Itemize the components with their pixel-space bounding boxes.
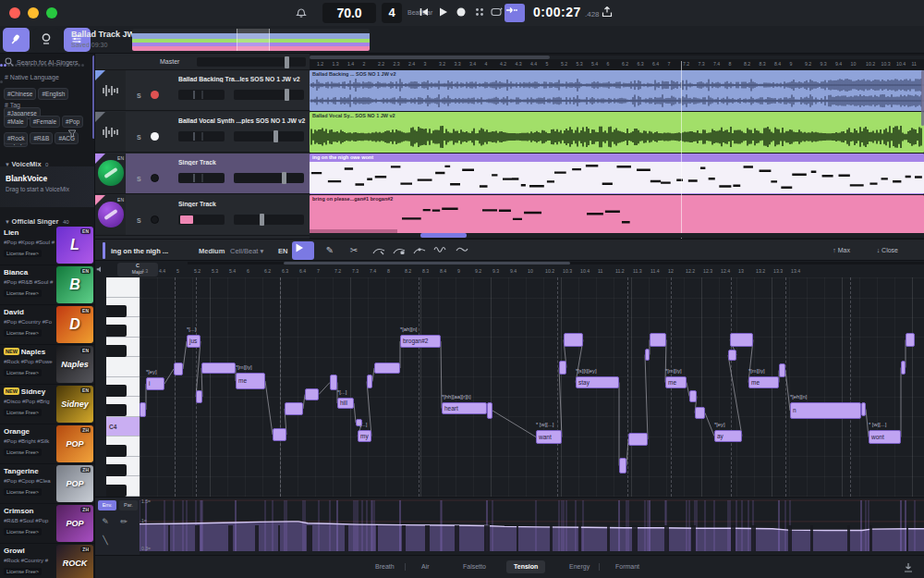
- piano-key-black[interactable]: [106, 385, 127, 397]
- fader-handle[interactable]: [274, 130, 278, 142]
- playhead[interactable]: [681, 61, 682, 239]
- piano-key-white[interactable]: [106, 277, 140, 298]
- midi-note[interactable]: [367, 375, 372, 388]
- singer-card-naples[interactable]: NEWNaples#Rock #Pop #PoweLicense Free>Na…: [0, 345, 95, 385]
- pan-slider[interactable]: [178, 90, 225, 100]
- collapse-panel-icon[interactable]: [902, 561, 915, 574]
- pointer-tool-button[interactable]: [292, 241, 314, 260]
- midi-note[interactable]: [650, 333, 666, 347]
- midi-note[interactable]: [906, 333, 915, 347]
- singer-card-orange[interactable]: Orange#Pop #Bright #SilkLicense Free>POP…: [0, 424, 95, 464]
- pan-slider[interactable]: [178, 131, 225, 141]
- piano-roll-ruler[interactable]: 4.34.455.25.35.466.26.36.477.27.37.488.2…: [140, 265, 924, 277]
- singer-card-crimson[interactable]: Crimson#R&B #Soul #PopLicense Free>POPZH: [0, 504, 95, 544]
- page-dot[interactable]: [0, 64, 3, 67]
- midi-note[interactable]: stay: [576, 376, 619, 388]
- tempo-display[interactable]: 70.0: [322, 3, 376, 23]
- track-header-row-2[interactable]: Ballad Vocal Synth ...ples SOS NO 1 JW v…: [95, 112, 310, 153]
- pitch-anchor-tool-button[interactable]: [413, 243, 428, 258]
- page-dot[interactable]: [0, 80, 3, 83]
- volume-fader[interactable]: [234, 90, 304, 100]
- track-clip-1[interactable]: Ballad Backing ... SOS NO 1 JW v2: [310, 70, 924, 111]
- scissors-tool-button[interactable]: ✂: [346, 243, 361, 258]
- tag-chip-b-1[interactable]: #Rock: [4, 132, 28, 144]
- singer-card-sidney[interactable]: NEWSidney#Disco #Pop #BrigLicense Free>S…: [0, 385, 95, 424]
- solo-button[interactable]: S: [137, 92, 141, 99]
- pencil-tool-button[interactable]: ✎: [322, 243, 337, 258]
- grid-mode-dropdown[interactable]: Cell/Beat ▾: [230, 247, 263, 255]
- midi-note[interactable]: [628, 433, 648, 446]
- midi-note[interactable]: [779, 363, 785, 377]
- tag-chip-2[interactable]: #Female: [30, 116, 60, 128]
- midi-note[interactable]: n: [790, 402, 861, 419]
- track-header-row-4[interactable]: ENSinger TrackS: [95, 195, 310, 236]
- track-icon-cell[interactable]: EN: [95, 195, 126, 235]
- track-header-row-3[interactable]: ENSinger TrackS: [95, 154, 310, 194]
- midi-note[interactable]: i: [146, 377, 164, 390]
- param-tab-formant[interactable]: Formant: [608, 560, 647, 573]
- piano-key-black[interactable]: [106, 345, 127, 357]
- midi-note[interactable]: me: [748, 376, 779, 388]
- language-selector[interactable]: EN: [278, 247, 287, 255]
- volume-fader[interactable]: [234, 131, 304, 141]
- piano-roll-scrollbar[interactable]: [188, 262, 924, 264]
- arm-record-dot[interactable]: [151, 91, 159, 99]
- tag-chip-b-2[interactable]: #R&B: [30, 132, 53, 144]
- vibrato-tool-button[interactable]: [433, 243, 448, 258]
- piano-key-black[interactable]: [106, 325, 127, 337]
- arm-record-dot[interactable]: [151, 174, 159, 182]
- quantize-value[interactable]: Medium: [199, 247, 225, 255]
- midi-note[interactable]: [695, 407, 705, 419]
- singer-card-david[interactable]: David#Pop #Country #FoLicense Free>DEN: [0, 305, 95, 345]
- solo-button[interactable]: S: [137, 217, 141, 224]
- midi-note[interactable]: [305, 388, 319, 400]
- midi-note[interactable]: [196, 390, 202, 403]
- filter-funnel-icon[interactable]: [67, 128, 78, 139]
- track-icon-cell[interactable]: EN: [95, 154, 126, 193]
- record-button[interactable]: [455, 6, 469, 20]
- solo-button[interactable]: S: [137, 176, 141, 182]
- midi-note[interactable]: [174, 363, 183, 375]
- search-input[interactable]: Search for AI-Singers: [17, 59, 79, 66]
- piano-key-c4[interactable]: C4: [106, 417, 140, 437]
- play-button[interactable]: [436, 6, 451, 20]
- fader-handle[interactable]: [260, 214, 264, 226]
- piano-key-black[interactable]: [106, 464, 127, 476]
- track-header-row-1[interactable]: Ballad Backing Tra...les SOS NO 1 JW v2S: [95, 70, 310, 111]
- midi-note[interactable]: [730, 333, 753, 347]
- midi-note[interactable]: ay: [714, 430, 742, 442]
- midi-note[interactable]: want: [536, 430, 562, 444]
- midi-note[interactable]: [273, 428, 286, 441]
- zoom-traffic-light[interactable]: [46, 7, 57, 18]
- pitch-draw-tool-button[interactable]: [372, 243, 387, 258]
- piano-key-black[interactable]: [106, 445, 127, 457]
- tab-parameter[interactable]: Par.: [119, 500, 138, 510]
- midi-note[interactable]: me: [236, 373, 265, 389]
- minimize-traffic-light[interactable]: [28, 7, 39, 18]
- param-tab-falsetto[interactable]: Falsetto: [456, 560, 493, 573]
- param-tab-breath[interactable]: Breath: [368, 560, 402, 573]
- line-tool[interactable]: ╲: [99, 535, 112, 546]
- page-dot[interactable]: [81, 64, 84, 67]
- midi-note[interactable]: hill: [337, 398, 354, 409]
- tab-envelope[interactable]: Env.: [98, 500, 116, 510]
- arm-record-dot[interactable]: [151, 215, 159, 224]
- midi-note[interactable]: [645, 349, 650, 361]
- midi-note[interactable]: me: [665, 376, 687, 388]
- pan-slider[interactable]: [178, 173, 225, 183]
- beats-per-bar-display[interactable]: 4: [382, 3, 402, 23]
- language-chip-1[interactable]: #Chinese: [4, 88, 36, 100]
- param-tab-air[interactable]: Air: [414, 560, 437, 573]
- project-minimap[interactable]: [132, 29, 370, 51]
- singer-card-tangerine[interactable]: Tangerine#Pop #Cpop #CleaLicense Free>PO…: [0, 464, 95, 504]
- track-clip-2[interactable]: Ballad Vocal Sy... SOS NO 1 JW v2: [310, 112, 924, 153]
- midi-note[interactable]: heart: [442, 402, 487, 414]
- pitch-erase-tool-button[interactable]: [393, 243, 407, 258]
- envelope-graph[interactable]: 1.5=1=0.3=: [140, 498, 924, 555]
- param-tab-energy[interactable]: Energy: [562, 560, 597, 573]
- record-mode-button[interactable]: [33, 28, 60, 52]
- follow-playhead-button[interactable]: [505, 4, 525, 22]
- singer-card-bianca[interactable]: Bianca#Pop #R&B #Soul #License Free>BEN: [0, 265, 95, 305]
- speaker-icon[interactable]: [96, 264, 105, 276]
- singer-panel-button[interactable]: [3, 28, 30, 52]
